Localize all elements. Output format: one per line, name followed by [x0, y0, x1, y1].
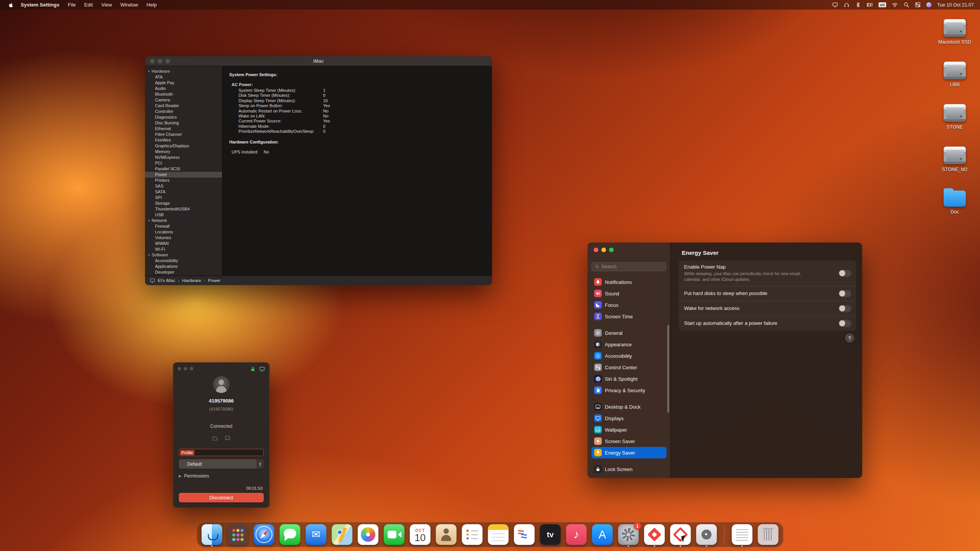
toggle-switch[interactable]	[838, 305, 851, 312]
sysinfo-sidebar-item[interactable]: ▾Hardware	[145, 68, 222, 74]
sysinfo-sidebar-item[interactable]: Card Reader	[145, 103, 222, 109]
chat-icon[interactable]	[225, 435, 230, 441]
profile-field[interactable]: Profile	[179, 449, 264, 456]
close-button[interactable]	[594, 248, 598, 252]
toggle-switch[interactable]	[838, 290, 851, 297]
menu-window[interactable]: Window	[120, 2, 138, 8]
desktop-icon-stone-m2[interactable]: STONE_M2	[942, 147, 967, 172]
sidebar-item-siri-spotlight[interactable]: Siri & Spotlight	[591, 373, 666, 385]
input-source-badge[interactable]: US	[879, 2, 886, 7]
sysinfo-sidebar-item[interactable]: ▾Software	[145, 252, 222, 258]
dock-appstore[interactable]	[592, 524, 613, 545]
active-app-name[interactable]: System Settings	[21, 2, 59, 8]
menu-help[interactable]: Help	[147, 2, 157, 8]
sysinfo-sidebar-item[interactable]: Fibre Channel	[145, 132, 222, 137]
menu-view[interactable]: View	[101, 2, 112, 8]
status-text-item[interactable]: El!	[867, 2, 872, 8]
window-controls[interactable]	[594, 248, 614, 252]
menu-clock[interactable]: Tue 10 Oct 21.07	[937, 2, 974, 8]
profile-dropdown[interactable]: Default ▲▼	[179, 459, 264, 469]
breadcrumb-segment[interactable]: El’s iMac	[158, 278, 175, 283]
dock-reminders[interactable]	[462, 524, 483, 545]
dock-photos[interactable]	[358, 524, 379, 545]
dock-launchpad[interactable]	[228, 524, 248, 545]
sidebar-item-displays[interactable]: Displays	[591, 412, 666, 424]
breadcrumb-segment[interactable]: Hardware	[182, 278, 201, 283]
help-button[interactable]: ?	[845, 334, 854, 342]
sysinfo-sidebar-item[interactable]: Power	[145, 172, 222, 178]
sysinfo-sidebar-item[interactable]: FireWire	[145, 137, 222, 143]
dock-utility[interactable]	[696, 524, 717, 545]
dock-finder[interactable]	[202, 524, 222, 545]
sidebar-item-privacy-security[interactable]: Privacy & Security	[591, 385, 666, 396]
sidebar-item-sound[interactable]: Sound	[591, 288, 666, 299]
dock-textedit[interactable]	[732, 524, 753, 545]
sysinfo-sidebar-item[interactable]: Wi-Fi	[145, 246, 222, 252]
sysinfo-sidebar-item[interactable]: Controller	[145, 109, 222, 114]
control-center-icon[interactable]	[915, 2, 921, 8]
sysinfo-sidebar-item[interactable]: WWAN	[145, 241, 222, 246]
menu-edit[interactable]: Edit	[84, 2, 93, 8]
search-input[interactable]	[601, 264, 663, 269]
sysinfo-sidebar-item[interactable]: Apple Pay	[145, 80, 222, 86]
sysinfo-sidebar-item[interactable]: Camera	[145, 97, 222, 103]
sidebar-item-accessibility[interactable]: Accessibility	[591, 350, 666, 362]
sysinfo-sidebar-item[interactable]: Firewall	[145, 223, 222, 229]
apple-menu-icon[interactable]	[8, 2, 14, 8]
screen-mirroring-icon[interactable]	[832, 2, 838, 8]
dock-messages[interactable]	[280, 524, 301, 545]
dock-calendar[interactable]: OCT10	[410, 524, 431, 545]
sysinfo-sidebar-item[interactable]: Parallel SCSI	[145, 166, 222, 172]
sysinfo-sidebar-item[interactable]: SAS	[145, 183, 222, 189]
dock-settings[interactable]: 1	[618, 524, 639, 545]
sidebar-item-energy-saver[interactable]: Energy Saver	[591, 447, 666, 458]
sysinfo-sidebar-item[interactable]: Bluetooth	[145, 91, 222, 97]
sidebar-item-wallpaper[interactable]: Wallpaper	[591, 424, 666, 435]
siri-icon[interactable]	[926, 2, 931, 7]
sysinfo-sidebar-item[interactable]: Diagnostics	[145, 114, 222, 120]
dock-tv[interactable]: tv	[540, 524, 561, 545]
sidebar-item-notifications[interactable]: Notifications	[591, 276, 666, 288]
dock-safari[interactable]	[254, 524, 274, 545]
dock-notes[interactable]	[488, 524, 509, 545]
dock-anydesk[interactable]	[644, 524, 665, 545]
sysinfo-sidebar-item[interactable]: Graphics/Displays	[145, 143, 222, 149]
sidebar-scrollbar[interactable]	[667, 325, 669, 412]
dock-music[interactable]	[566, 524, 587, 545]
sidebar-item-lock-screen[interactable]: Lock Screen	[591, 463, 666, 475]
window-controls[interactable]	[178, 367, 193, 370]
sidebar-item-general[interactable]: General	[591, 327, 666, 339]
minimize-button[interactable]	[184, 367, 187, 370]
sysinfo-sidebar-item[interactable]: Memory	[145, 149, 222, 155]
wifi-icon[interactable]	[892, 2, 898, 8]
sysinfo-sidebar-item[interactable]: Ethernet	[145, 126, 222, 132]
dock-maps[interactable]	[332, 524, 353, 545]
sysinfo-sidebar-item[interactable]: NVMExpress	[145, 155, 222, 160]
sysinfo-sidebar-item[interactable]: ▾Network	[145, 218, 222, 223]
sysinfo-sidebar-item[interactable]: Audio	[145, 86, 222, 91]
desktop-icon-macintosh-ssd[interactable]: Macintosh SSD	[938, 19, 971, 45]
sidebar-item-screen-time[interactable]: Screen Time	[591, 311, 666, 322]
dock-mail[interactable]	[306, 524, 327, 545]
dock-trash[interactable]	[758, 524, 779, 545]
settings-search[interactable]	[591, 262, 666, 271]
menu-file[interactable]: File	[68, 2, 76, 8]
headphones-icon[interactable]	[844, 2, 849, 8]
sysinfo-sidebar-item[interactable]: Applications	[145, 264, 222, 269]
dock-waveform[interactable]	[514, 524, 535, 545]
desktop-icon-doc[interactable]: Doc	[944, 189, 966, 215]
desktop-icon-lib6[interactable]: LIB6	[944, 62, 966, 87]
sysinfo-sidebar-item[interactable]: Thunderbolt/USB4	[145, 206, 222, 212]
sidebar-item-focus[interactable]: Focus	[591, 299, 666, 311]
sysinfo-sidebar-item[interactable]: Locations	[145, 229, 222, 235]
sysinfo-sidebar-item[interactable]: ATA	[145, 74, 222, 80]
sysinfo-sidebar-item[interactable]: PCI	[145, 160, 222, 166]
sysinfo-sidebar-item[interactable]: Accessibility	[145, 258, 222, 264]
sidebar-item-desktop-dock[interactable]: Desktop & Dock	[591, 401, 666, 412]
zoom-button[interactable]	[609, 248, 614, 252]
minimize-button[interactable]	[601, 248, 606, 252]
sysinfo-sidebar-item[interactable]: Disc Burning	[145, 120, 222, 126]
bluetooth-icon[interactable]	[855, 2, 861, 8]
permissions-disclosure[interactable]: ▶ Permissions	[179, 473, 264, 479]
toggle-switch[interactable]	[838, 269, 851, 277]
